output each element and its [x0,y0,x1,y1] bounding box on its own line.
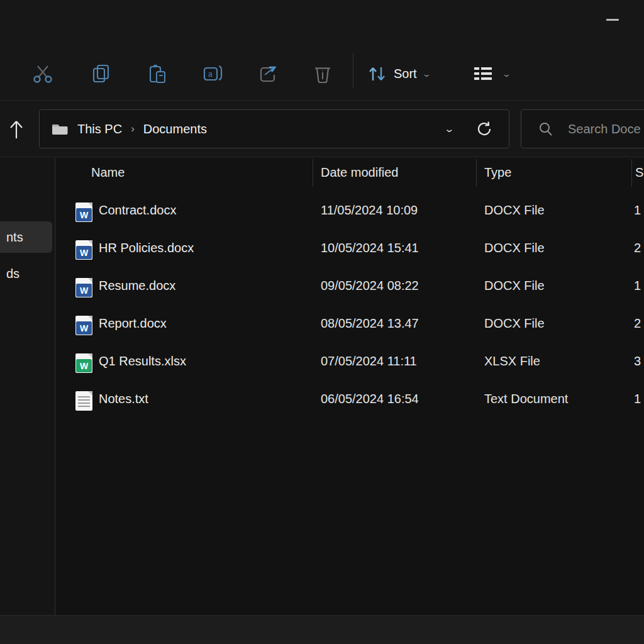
search-icon [538,121,554,137]
file-row[interactable]: Notes.txt 06/05/2024 16:54 Text Document… [56,382,644,419]
file-size: 3 [634,354,641,369]
word-file-icon: W [75,278,92,297]
sidebar-item-label: nts [6,230,23,245]
breadcrumb-current[interactable]: Documents [143,122,207,136]
content-area: nts ds Name Date modified Type S [0,158,644,615]
file-name: Report.docx [99,316,167,331]
file-modified: 07/05/2024 11:11 [321,354,417,369]
file-size: 1 [634,279,641,293]
file-modified: 08/05/2024 13.47 [321,316,419,331]
file-size: 1 [634,203,641,218]
chevron-down-icon: ⌄ [502,69,511,79]
sort-button[interactable]: Sort ⌄ [366,57,430,91]
refresh-icon[interactable] [475,119,494,139]
rename-icon: a [201,62,225,85]
column-header-size[interactable]: S [635,165,643,180]
file-list: W Contract.docx 11/05/2024 10:09 DOCX Fi… [56,193,644,419]
sidebar-item-documents[interactable]: nts [0,221,52,253]
sidebar-item-downloads[interactable]: ds [0,258,52,289]
file-type: XLSX File [484,354,540,369]
breadcrumb-root[interactable]: This PC [77,122,122,136]
delete-button[interactable] [306,57,339,91]
breadcrumb: This PC › Documents [40,121,445,136]
file-type: DOCX File [484,241,545,255]
details-view-icon [470,64,496,84]
copy-button[interactable] [84,57,117,91]
file-row[interactable]: W Resume.docx 09/05/2024 08:22 DOCX File… [56,269,644,306]
file-name: Q1 Results.xlsx [99,354,186,369]
search-input[interactable]: Search Doce [521,109,644,148]
file-type: DOCX File [484,316,545,331]
address-bar[interactable]: This PC › Documents ⌄ [39,109,509,148]
copy-icon [89,62,112,85]
file-row[interactable]: W HR Policies.docx 10/05/2024 15:41 DOCX… [56,231,644,269]
column-header-modified[interactable]: Date modified [321,165,398,180]
trash-icon [311,62,334,85]
title-bar [0,0,644,47]
minimize-icon [606,19,619,21]
cut-button[interactable] [26,57,59,91]
paste-icon [146,62,169,85]
paste-button[interactable] [141,57,174,91]
file-row[interactable]: W Q1 Results.xlsx 07/05/2024 11:11 XLSX … [56,344,644,382]
status-bar [0,615,644,644]
column-divider[interactable] [631,159,632,187]
toolbar-separator [353,53,353,88]
file-type: Text Document [484,392,568,406]
share-icon [257,62,280,85]
text-file-icon [75,391,92,411]
file-name: Contract.docx [99,203,176,218]
file-size: 2 [634,316,641,331]
minimize-button[interactable] [601,11,625,28]
address-dropdown-chevron-icon[interactable]: ⌄ [444,123,455,135]
file-name: Resume.docx [99,279,175,293]
file-list-pane: Name Date modified Type S W Contract.doc… [56,158,644,615]
breadcrumb-separator-icon: › [131,123,135,135]
sidebar: nts ds [0,158,55,615]
sort-arrows-icon [366,63,387,84]
sidebar-item-label: ds [6,267,19,281]
file-modified: 10/05/2024 15:41 [321,241,419,255]
file-modified: 09/05/2024 08:22 [321,279,419,293]
column-header-type[interactable]: Type [484,165,511,180]
file-size: 2 [634,241,641,255]
file-name: Notes.txt [99,392,148,406]
file-row[interactable]: W Contract.docx 11/05/2024 10:09 DOCX Fi… [56,193,644,231]
command-toolbar: a Sort ⌄ [0,47,644,101]
word-file-icon: W [75,203,92,222]
view-options-button[interactable]: ⌄ [470,57,510,91]
search-placeholder: Search Doce [568,122,641,136]
chevron-down-icon: ⌄ [422,69,431,79]
file-modified: 11/05/2024 10:09 [321,203,418,218]
column-divider[interactable] [476,159,477,187]
up-arrow-icon [6,118,27,142]
navigation-bar: This PC › Documents ⌄ Search Doce [0,101,644,157]
column-header-row: Name Date modified Type S [56,158,644,191]
file-size: 1 [634,392,641,406]
word-file-icon: W [75,316,92,335]
word-file-icon: W [75,240,92,260]
file-explorer-window: a Sort ⌄ [0,0,644,644]
file-modified: 06/05/2024 16:54 [321,392,419,406]
column-divider[interactable] [313,159,313,187]
column-header-name[interactable]: Name [91,165,125,180]
folder-icon [51,121,69,136]
file-type: DOCX File [484,279,545,293]
excel-file-icon: W [75,353,92,373]
up-button[interactable] [4,115,29,144]
scissors-icon [31,62,54,85]
file-name: HR Policies.docx [99,241,194,255]
rename-button[interactable]: a [196,57,229,91]
file-type: DOCX File [484,203,545,218]
svg-text:a: a [208,70,213,79]
share-button[interactable] [252,57,285,91]
file-row[interactable]: W Report.docx 08/05/2024 13.47 DOCX File… [56,306,644,344]
sort-label: Sort [394,67,417,81]
